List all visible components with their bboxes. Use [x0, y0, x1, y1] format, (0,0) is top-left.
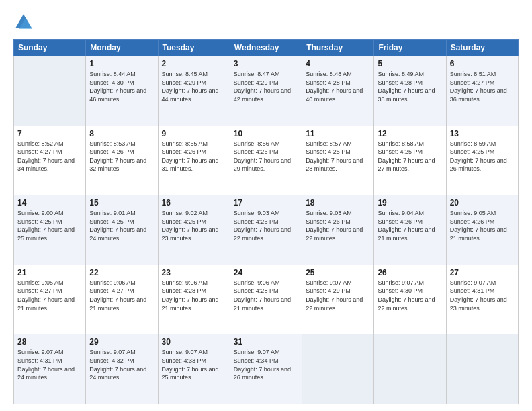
calendar-cell — [14, 56, 86, 126]
day-detail: Sunrise: 8:53 AMSunset: 4:26 PMDaylight:… — [89, 140, 154, 173]
day-detail: Sunrise: 9:06 AMSunset: 4:27 PMDaylight:… — [89, 279, 154, 312]
calendar-cell — [374, 334, 446, 404]
calendar-cell: 4Sunrise: 8:48 AMSunset: 4:28 PMDaylight… — [302, 56, 374, 126]
day-detail: Sunrise: 9:04 AMSunset: 4:26 PMDaylight:… — [378, 209, 442, 242]
day-header-saturday: Saturday — [446, 40, 518, 56]
calendar-cell: 22Sunrise: 9:06 AMSunset: 4:27 PMDayligh… — [86, 265, 158, 334]
day-number: 3 — [234, 59, 298, 68]
day-number: 23 — [162, 268, 226, 277]
day-detail: Sunrise: 9:07 AMSunset: 4:29 PMDaylight:… — [306, 279, 370, 312]
calendar-cell: 31Sunrise: 9:07 AMSunset: 4:34 PMDayligh… — [230, 334, 302, 404]
day-number: 12 — [378, 129, 442, 138]
calendar-week-row: 7Sunrise: 8:52 AMSunset: 4:27 PMDaylight… — [14, 126, 519, 195]
day-header-tuesday: Tuesday — [158, 40, 230, 56]
calendar-week-row: 21Sunrise: 9:05 AMSunset: 4:27 PMDayligh… — [14, 265, 519, 334]
calendar-header-row: SundayMondayTuesdayWednesdayThursdayFrid… — [14, 40, 519, 56]
day-header-thursday: Thursday — [302, 40, 374, 56]
calendar-table: SundayMondayTuesdayWednesdayThursdayFrid… — [13, 39, 519, 404]
day-number: 25 — [306, 268, 370, 277]
calendar-cell: 25Sunrise: 9:07 AMSunset: 4:29 PMDayligh… — [302, 265, 374, 334]
day-header-monday: Monday — [86, 40, 158, 56]
calendar-cell — [446, 334, 518, 404]
calendar-cell: 19Sunrise: 9:04 AMSunset: 4:26 PMDayligh… — [374, 195, 446, 265]
day-number: 27 — [450, 268, 515, 277]
calendar-cell: 23Sunrise: 9:06 AMSunset: 4:28 PMDayligh… — [158, 265, 230, 334]
day-number: 14 — [17, 198, 82, 208]
day-number: 22 — [89, 268, 154, 277]
day-detail: Sunrise: 9:02 AMSunset: 4:25 PMDaylight:… — [162, 209, 226, 242]
calendar-cell: 13Sunrise: 8:59 AMSunset: 4:25 PMDayligh… — [446, 126, 518, 195]
day-detail: Sunrise: 9:05 AMSunset: 4:27 PMDaylight:… — [17, 279, 82, 312]
calendar-cell: 28Sunrise: 9:07 AMSunset: 4:31 PMDayligh… — [14, 334, 86, 404]
logo-icon — [13, 12, 34, 32]
calendar-cell: 10Sunrise: 8:56 AMSunset: 4:26 PMDayligh… — [230, 126, 302, 195]
calendar-cell: 2Sunrise: 8:45 AMSunset: 4:29 PMDaylight… — [158, 56, 230, 126]
day-detail: Sunrise: 8:55 AMSunset: 4:26 PMDaylight:… — [162, 140, 226, 173]
calendar-cell — [302, 334, 374, 404]
day-detail: Sunrise: 9:05 AMSunset: 4:26 PMDaylight:… — [450, 209, 515, 242]
calendar-cell: 30Sunrise: 9:07 AMSunset: 4:33 PMDayligh… — [158, 334, 230, 404]
day-number: 11 — [306, 129, 370, 138]
day-number: 19 — [378, 198, 442, 208]
day-detail: Sunrise: 8:58 AMSunset: 4:25 PMDaylight:… — [378, 140, 442, 173]
day-detail: Sunrise: 9:06 AMSunset: 4:28 PMDaylight:… — [162, 279, 226, 312]
calendar-cell: 15Sunrise: 9:01 AMSunset: 4:25 PMDayligh… — [86, 195, 158, 265]
day-detail: Sunrise: 9:03 AMSunset: 4:26 PMDaylight:… — [306, 209, 370, 242]
day-number: 17 — [234, 198, 298, 208]
day-header-wednesday: Wednesday — [230, 40, 302, 56]
day-number: 9 — [162, 129, 226, 138]
calendar-cell: 6Sunrise: 8:51 AMSunset: 4:27 PMDaylight… — [446, 56, 518, 126]
day-number: 20 — [450, 198, 515, 208]
day-detail: Sunrise: 8:45 AMSunset: 4:29 PMDaylight:… — [162, 70, 226, 103]
calendar-cell: 20Sunrise: 9:05 AMSunset: 4:26 PMDayligh… — [446, 195, 518, 265]
day-number: 29 — [89, 337, 154, 347]
logo — [13, 12, 36, 32]
day-detail: Sunrise: 9:07 AMSunset: 4:32 PMDaylight:… — [89, 348, 154, 381]
day-number: 2 — [162, 59, 226, 68]
calendar-cell: 12Sunrise: 8:58 AMSunset: 4:25 PMDayligh… — [374, 126, 446, 195]
calendar-cell: 5Sunrise: 8:49 AMSunset: 4:28 PMDaylight… — [374, 56, 446, 126]
day-header-sunday: Sunday — [14, 40, 86, 56]
calendar-week-row: 1Sunrise: 8:44 AMSunset: 4:30 PMDaylight… — [14, 56, 519, 126]
day-number: 31 — [234, 337, 298, 347]
calendar-cell: 16Sunrise: 9:02 AMSunset: 4:25 PMDayligh… — [158, 195, 230, 265]
day-number: 28 — [17, 337, 82, 347]
calendar-cell: 26Sunrise: 9:07 AMSunset: 4:30 PMDayligh… — [374, 265, 446, 334]
day-detail: Sunrise: 8:51 AMSunset: 4:27 PMDaylight:… — [450, 70, 515, 103]
day-detail: Sunrise: 9:03 AMSunset: 4:25 PMDaylight:… — [234, 209, 298, 242]
day-detail: Sunrise: 8:56 AMSunset: 4:26 PMDaylight:… — [234, 140, 298, 173]
day-detail: Sunrise: 8:48 AMSunset: 4:28 PMDaylight:… — [306, 70, 370, 103]
day-number: 5 — [378, 59, 442, 68]
calendar-cell: 17Sunrise: 9:03 AMSunset: 4:25 PMDayligh… — [230, 195, 302, 265]
day-number: 10 — [234, 129, 298, 138]
calendar-cell: 27Sunrise: 9:07 AMSunset: 4:31 PMDayligh… — [446, 265, 518, 334]
calendar-cell: 3Sunrise: 8:47 AMSunset: 4:29 PMDaylight… — [230, 56, 302, 126]
day-detail: Sunrise: 9:07 AMSunset: 4:34 PMDaylight:… — [234, 348, 298, 381]
day-detail: Sunrise: 9:07 AMSunset: 4:31 PMDaylight:… — [17, 348, 82, 381]
day-detail: Sunrise: 8:57 AMSunset: 4:25 PMDaylight:… — [306, 140, 370, 173]
day-detail: Sunrise: 9:06 AMSunset: 4:28 PMDaylight:… — [234, 279, 298, 312]
calendar-cell: 29Sunrise: 9:07 AMSunset: 4:32 PMDayligh… — [86, 334, 158, 404]
day-number: 4 — [306, 59, 370, 68]
day-detail: Sunrise: 8:59 AMSunset: 4:25 PMDaylight:… — [450, 140, 515, 173]
day-number: 7 — [17, 129, 82, 138]
day-number: 30 — [162, 337, 226, 347]
page: SundayMondayTuesdayWednesdayThursdayFrid… — [0, 0, 532, 411]
calendar-cell: 21Sunrise: 9:05 AMSunset: 4:27 PMDayligh… — [14, 265, 86, 334]
header — [13, 12, 519, 32]
day-detail: Sunrise: 9:00 AMSunset: 4:25 PMDaylight:… — [17, 209, 82, 242]
day-header-friday: Friday — [374, 40, 446, 56]
day-number: 26 — [378, 268, 442, 277]
calendar-cell: 9Sunrise: 8:55 AMSunset: 4:26 PMDaylight… — [158, 126, 230, 195]
day-detail: Sunrise: 8:49 AMSunset: 4:28 PMDaylight:… — [378, 70, 442, 103]
calendar-cell: 24Sunrise: 9:06 AMSunset: 4:28 PMDayligh… — [230, 265, 302, 334]
day-detail: Sunrise: 9:01 AMSunset: 4:25 PMDaylight:… — [89, 209, 154, 242]
day-number: 24 — [234, 268, 298, 277]
calendar-cell: 1Sunrise: 8:44 AMSunset: 4:30 PMDaylight… — [86, 56, 158, 126]
calendar-cell: 14Sunrise: 9:00 AMSunset: 4:25 PMDayligh… — [14, 195, 86, 265]
day-detail: Sunrise: 8:47 AMSunset: 4:29 PMDaylight:… — [234, 70, 298, 103]
day-number: 13 — [450, 129, 515, 138]
day-number: 21 — [17, 268, 82, 277]
day-detail: Sunrise: 8:44 AMSunset: 4:30 PMDaylight:… — [89, 70, 154, 103]
calendar-week-row: 28Sunrise: 9:07 AMSunset: 4:31 PMDayligh… — [14, 334, 519, 404]
